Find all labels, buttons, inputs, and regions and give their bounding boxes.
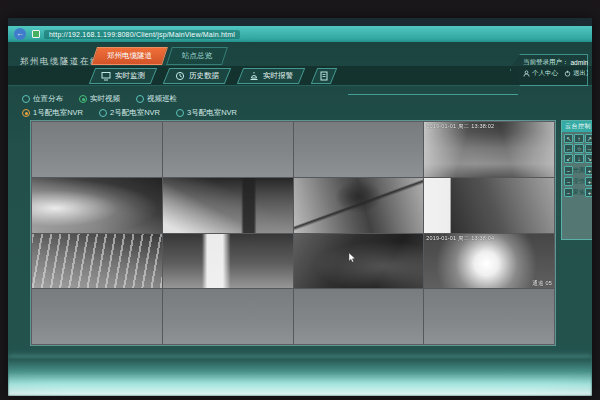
ptz-zoom-control: − 变倍 +: [562, 176, 592, 187]
history-clock-icon: [175, 71, 185, 81]
personal-center-link[interactable]: 个人中心: [532, 69, 558, 78]
page-favicon: [32, 30, 40, 38]
radio-label: 3号配电室NVR: [187, 108, 237, 118]
radio-icon: [136, 95, 144, 103]
header-divider-line: [348, 94, 518, 95]
toolbar-button-label: 实时报警: [263, 71, 293, 81]
monitoring-page: 郑州电缆隧道在线监测 郑州电缆隧道 站点总览 实时监测 历史数据: [8, 42, 592, 396]
login-label: 当前登录用户：: [523, 58, 569, 67]
zoom-minus-button[interactable]: −: [564, 177, 573, 186]
mouse-cursor: [349, 253, 356, 263]
toolbar-button-realtime-alarm[interactable]: 实时报警: [237, 68, 305, 84]
camera-feed[interactable]: [32, 234, 162, 289]
view-mode-realtime-video[interactable]: 实时视频: [79, 94, 120, 104]
toolbar-button-label: 历史数据: [189, 71, 219, 81]
video-cell-empty[interactable]: [163, 122, 293, 177]
radio-label: 位置分布: [33, 94, 63, 104]
ptz-iris-control: − 光圈 +: [562, 165, 592, 176]
video-cell-empty[interactable]: [294, 289, 424, 344]
radio-icon: [176, 109, 184, 117]
zoom-plus-button[interactable]: +: [585, 177, 592, 186]
nvr-option-2[interactable]: 2号配电室NVR: [99, 108, 160, 118]
toolbar-button-history-data[interactable]: 历史数据: [163, 68, 231, 84]
video-cell-empty[interactable]: [163, 289, 293, 344]
ptz-up-left-button[interactable]: ↖: [564, 134, 573, 143]
radio-icon: [99, 109, 107, 117]
video-cell-empty[interactable]: [32, 289, 162, 344]
top-tabs: 郑州电缆隧道 站点总览: [94, 47, 229, 65]
ptz-down-button[interactable]: ↓: [574, 154, 583, 163]
ptz-up-button[interactable]: ↑: [574, 134, 583, 143]
browser-address-bar: ← http://192.168.1.199:8080/Client/jsp/M…: [8, 26, 592, 42]
toolbar-button-realtime-monitor[interactable]: 实时监测: [89, 68, 157, 84]
view-mode-location[interactable]: 位置分布: [22, 94, 63, 104]
browser-chrome-strip: [8, 18, 592, 26]
username: admin: [571, 59, 589, 66]
document-icon: [319, 71, 329, 81]
nvr-selector: 1号配电室NVR 2号配电室NVR 3号配电室NVR: [22, 108, 237, 118]
person-icon: [523, 70, 530, 77]
logout-power-icon: [564, 70, 571, 77]
camera-osd-channel: 通道 05: [532, 280, 552, 287]
camera-feed[interactable]: 2019-01-01 周二 13:38:04 通道 05: [424, 234, 554, 289]
focus-minus-button[interactable]: −: [564, 188, 573, 197]
view-mode-video-patrol[interactable]: 视频巡检: [136, 94, 177, 104]
camera-osd-timestamp: 2019-01-01 周二 13:38:04: [426, 235, 494, 242]
radio-label: 视频巡检: [147, 94, 177, 104]
camera-feed[interactable]: [294, 234, 424, 289]
ptz-down-left-button[interactable]: ↙: [564, 154, 573, 163]
video-wall-grid: 2019-01-01 周二 13:38:02 2019-01-01 周二 13:…: [32, 122, 554, 344]
monitor-icon: [101, 71, 111, 81]
video-cell-empty[interactable]: [424, 289, 554, 344]
iris-minus-button[interactable]: −: [564, 166, 573, 175]
nvr-option-1[interactable]: 1号配电室NVR: [22, 108, 83, 118]
toolbar-button-label: 实时监测: [115, 71, 145, 81]
camera-feed[interactable]: [424, 178, 554, 233]
tab-label: 站点总览: [182, 51, 212, 61]
zoom-label: 变倍: [573, 177, 585, 186]
ptz-down-right-button[interactable]: ↘: [585, 154, 592, 163]
focus-plus-button[interactable]: +: [585, 188, 592, 197]
radio-label: 实时视频: [90, 94, 120, 104]
iris-plus-button[interactable]: +: [585, 166, 592, 175]
ptz-center-button[interactable]: ○: [574, 144, 583, 153]
radio-icon: [22, 95, 30, 103]
radio-icon-selected: [79, 95, 87, 103]
browser-back-button[interactable]: ←: [14, 28, 26, 40]
camera-osd-timestamp: 2019-01-01 周二 13:38:02: [426, 123, 494, 130]
alarm-lamp-icon: [249, 71, 259, 81]
focus-label: 聚焦: [573, 188, 585, 197]
tab-zhengzhou-cable-tunnel[interactable]: 郑州电缆隧道: [91, 47, 168, 65]
ptz-panel-title: 云台控制: [562, 121, 592, 132]
radio-label: 2号配电室NVR: [110, 108, 160, 118]
ptz-control-panel: 云台控制 ↖ ↑ ↗ ← ○ → ↙ ↓ ↘ − 光圈 + − 变倍 +: [561, 120, 592, 240]
video-cell-empty[interactable]: [32, 122, 162, 177]
tab-site-overview[interactable]: 站点总览: [166, 47, 228, 65]
ptz-left-button[interactable]: ←: [564, 144, 573, 153]
url-input[interactable]: http://192.168.1.199:8080/Client/jsp/Mai…: [44, 30, 240, 39]
toolbar: 实时监测 历史数据 实时报警: [8, 66, 592, 86]
monitor-screen: ← http://192.168.1.199:8080/Client/jsp/M…: [8, 18, 592, 396]
radio-label: 1号配电室NVR: [33, 108, 83, 118]
camera-feed[interactable]: [294, 178, 424, 233]
radio-icon-selected: [22, 109, 30, 117]
tab-label: 郑州电缆隧道: [107, 51, 152, 61]
camera-feed[interactable]: 2019-01-01 周二 13:38:02: [424, 122, 554, 177]
nvr-option-3[interactable]: 3号配电室NVR: [176, 108, 237, 118]
iris-label: 光圈: [573, 166, 585, 175]
camera-feed[interactable]: [163, 178, 293, 233]
ptz-focus-control: − 聚焦 +: [562, 187, 592, 198]
video-wall-panel: 2019-01-01 周二 13:38:02 2019-01-01 周二 13:…: [30, 120, 556, 346]
view-mode-selector: 位置分布 实时视频 视频巡检: [22, 94, 177, 104]
camera-feed[interactable]: [163, 234, 293, 289]
toolbar-button-4[interactable]: [311, 68, 337, 84]
ptz-direction-pad: ↖ ↑ ↗ ← ○ → ↙ ↓ ↘: [562, 132, 592, 165]
video-cell-empty[interactable]: [294, 122, 424, 177]
ptz-right-button[interactable]: →: [585, 144, 592, 153]
user-panel: 当前登录用户： admin 个人中心 退出系统: [510, 54, 588, 86]
camera-feed[interactable]: [32, 178, 162, 233]
glare-reflection: [8, 358, 592, 396]
ptz-up-right-button[interactable]: ↗: [585, 134, 592, 143]
